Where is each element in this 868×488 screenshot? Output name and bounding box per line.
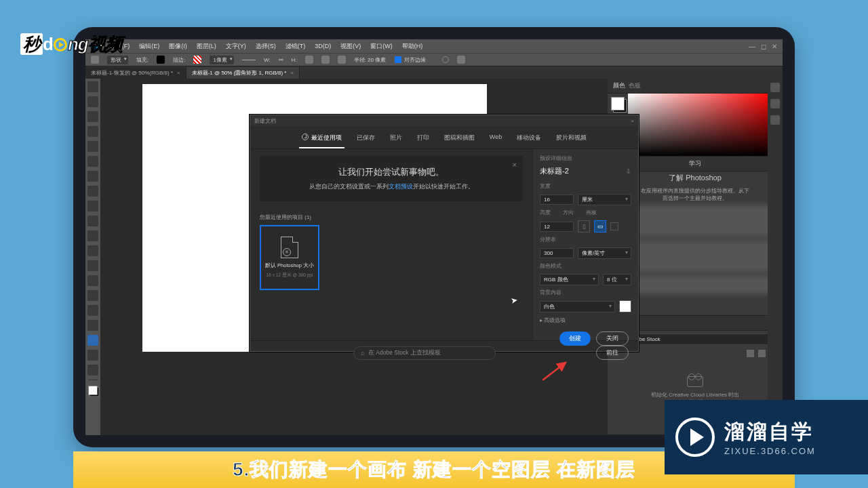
eraser-tool[interactable]	[87, 230, 98, 241]
strip-icon[interactable]	[770, 99, 780, 108]
link-wh-icon[interactable]: ⚯	[279, 57, 283, 63]
dodge-tool[interactable]	[87, 275, 98, 286]
menu-3d[interactable]: 3D(D)	[315, 43, 331, 49]
menu-view[interactable]: 视图(V)	[340, 42, 361, 51]
color-picker[interactable]	[628, 94, 773, 156]
dlg-tab-saved[interactable]: 已保存	[357, 131, 375, 144]
stroke-width-input[interactable]: 1像素	[210, 56, 233, 64]
learn-tab[interactable]: 学习	[689, 160, 701, 167]
menu-select[interactable]: 选择(S)	[256, 42, 276, 51]
strip-icon[interactable]	[770, 83, 780, 92]
workspace-switcher-icon[interactable]	[457, 56, 465, 64]
type-tool[interactable]	[87, 305, 98, 316]
artboard-label: 画板	[586, 209, 597, 216]
zoom-tool[interactable]	[87, 365, 98, 375]
menu-image[interactable]: 图像(I)	[169, 42, 187, 51]
document-tab[interactable]: 未标题-1-恢复的 @ 50%(RGB/8) *×	[85, 67, 186, 79]
menu-bar: Ps 文件(F) 编辑(E) 图像(I) 图层(L) 文字(Y) 选择(S) 滤…	[85, 39, 783, 53]
window-close[interactable]: ✕	[772, 43, 777, 50]
dialog-close-icon[interactable]: ×	[631, 118, 634, 124]
close-button[interactable]: 关闭	[596, 331, 629, 346]
color-mode-select[interactable]: RGB 颜色	[540, 274, 599, 285]
strip-icon[interactable]	[770, 115, 780, 125]
menu-edit[interactable]: 编辑(E)	[139, 42, 159, 51]
magic-wand-tool[interactable]	[87, 126, 98, 137]
arrange-icon[interactable]	[338, 56, 346, 64]
close-tab-icon[interactable]: ×	[177, 70, 180, 76]
stroke-label: 描边:	[173, 56, 185, 64]
menu-type[interactable]: 文字(Y)	[226, 42, 246, 51]
orientation-label: 方向	[563, 209, 574, 216]
dlg-tab-photo[interactable]: 照片	[390, 131, 402, 144]
create-button[interactable]: 创建	[559, 331, 591, 346]
resolution-input[interactable]: 300	[540, 248, 574, 258]
save-preset-icon[interactable]: ⇩	[626, 168, 631, 175]
gradient-tool[interactable]	[87, 245, 98, 256]
dlg-tab-mobile[interactable]: 移动设备	[517, 131, 541, 144]
stock-go-button[interactable]: 前往	[596, 346, 629, 360]
foreground-background-colors[interactable]	[89, 386, 98, 395]
lib-icon[interactable]	[747, 350, 754, 357]
bit-depth-select[interactable]: 8 位	[603, 274, 631, 285]
history-brush-tool[interactable]	[87, 216, 98, 226]
hand-tool[interactable]	[87, 350, 98, 361]
blur-tool[interactable]	[87, 260, 98, 271]
lib-icon[interactable]	[758, 350, 766, 357]
dialog-titlebar[interactable]: 新建文档 ×	[250, 115, 638, 126]
dlg-tab-print[interactable]: 打印	[417, 131, 429, 144]
dlg-tab-film[interactable]: 胶片和视频	[556, 131, 587, 144]
orientation-landscape[interactable]: ▭	[594, 220, 606, 232]
orientation-portrait[interactable]: ▯	[578, 220, 590, 232]
fg-bg-colors[interactable]	[612, 98, 624, 110]
stroke-style[interactable]	[242, 60, 256, 60]
healing-tool[interactable]	[87, 171, 98, 182]
eyedropper-tool[interactable]	[87, 156, 98, 167]
path-ops-icon[interactable]	[305, 56, 313, 64]
advanced-options-toggle[interactable]: 高级选项	[540, 317, 631, 324]
lasso-tool[interactable]	[87, 111, 98, 122]
align-icon[interactable]	[321, 56, 330, 64]
document-tab[interactable]: 未标题-1 @ 50% (圆角矩形 1, RGB/8) *×	[186, 67, 300, 79]
menu-window[interactable]: 窗口(W)	[370, 42, 393, 51]
swatch-tab[interactable]: 色板	[629, 82, 641, 89]
dlg-tab-recent[interactable]: 最近使用项	[302, 131, 342, 144]
menu-layer[interactable]: 图层(L)	[197, 42, 216, 51]
background-label: 背景内容	[540, 289, 631, 296]
window-minimize[interactable]: —	[749, 43, 755, 50]
background-select[interactable]: 白色	[540, 301, 615, 312]
pen-tool[interactable]	[87, 290, 98, 301]
new-document-dialog: 新建文档 × 最近使用项 已保存 照片 打印 图稿和插图 Web 移动设备 胶片…	[250, 115, 639, 352]
move-tool[interactable]	[87, 81, 98, 92]
path-select-tool[interactable]	[87, 320, 98, 331]
adobe-stock-search[interactable]: 在 Adobe Stock 上查找模板	[353, 346, 496, 360]
preset-link[interactable]: 文档预设	[389, 183, 413, 190]
background-color-swatch[interactable]	[619, 300, 631, 312]
shape-mode-select[interactable]: 形状	[107, 56, 128, 64]
width-unit-select[interactable]: 厘米	[578, 194, 631, 205]
crop-tool[interactable]	[87, 141, 98, 152]
tool-preset-icon[interactable]	[91, 56, 99, 64]
width-input[interactable]: 16	[540, 195, 574, 205]
shape-tool[interactable]	[87, 335, 98, 346]
search-icon[interactable]	[442, 56, 449, 63]
app-screen: Ps 文件(F) 编辑(E) 图像(I) 图层(L) 文字(Y) 选择(S) 滤…	[85, 39, 783, 435]
height-input[interactable]: 12	[540, 222, 574, 232]
marquee-tool[interactable]	[87, 96, 98, 107]
artboard-checkbox[interactable]	[610, 222, 618, 230]
document-name-input[interactable]: 未标题-2	[540, 166, 569, 176]
fill-swatch[interactable]	[157, 56, 165, 64]
close-tab-icon[interactable]: ×	[290, 70, 294, 76]
dlg-tab-art[interactable]: 图稿和插图	[444, 131, 475, 144]
dlg-tab-web[interactable]: Web	[490, 131, 502, 144]
preset-default-photoshop[interactable]: 默认 Photoshop 大小 16 x 12 厘米 @ 300 ppi	[260, 225, 319, 290]
menu-help[interactable]: 帮助(H)	[402, 42, 423, 51]
promo-close-icon[interactable]: ×	[513, 161, 517, 169]
resolution-unit-select[interactable]: 像素/英寸	[578, 247, 631, 259]
brush-tool[interactable]	[87, 186, 98, 197]
stamp-tool[interactable]	[87, 201, 98, 211]
menu-filter[interactable]: 滤镜(T)	[285, 42, 306, 51]
window-maximize[interactable]: ◻	[761, 43, 766, 50]
align-edges-checkbox[interactable]	[394, 56, 402, 64]
color-tab[interactable]: 颜色	[613, 82, 625, 89]
stroke-swatch[interactable]	[193, 56, 201, 64]
